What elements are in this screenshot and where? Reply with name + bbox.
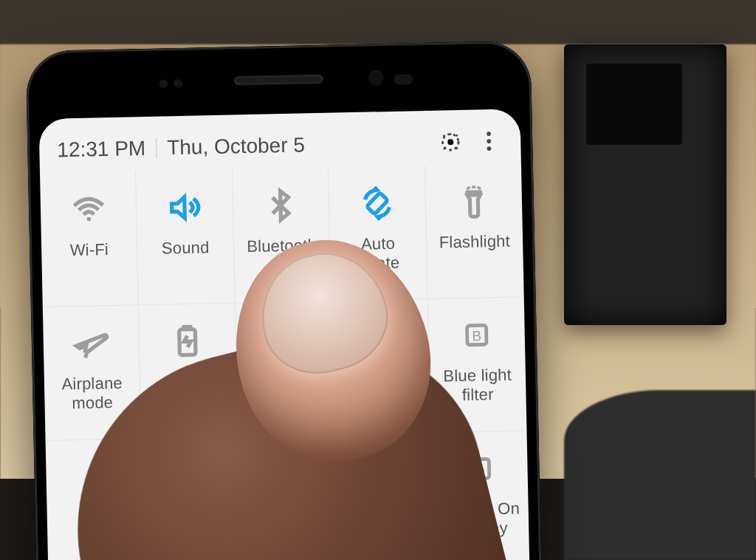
gear-icon (439, 131, 462, 154)
tile-wifi[interactable]: Wi-Fi (40, 171, 139, 307)
phone-sensor (159, 79, 168, 88)
tile-obscured-4[interactable] (238, 435, 337, 560)
svg-point-0 (447, 139, 453, 145)
nfc-icon (362, 450, 404, 492)
tile-obscured-1[interactable] (236, 301, 334, 437)
unknown-icon (265, 451, 307, 494)
phone-iris-sensor (394, 74, 413, 85)
tile-always-on-display[interactable]: Always On Display (430, 431, 529, 560)
tile-airplane-mode[interactable]: Airplane mode (43, 305, 142, 441)
phone-sensor (173, 79, 182, 88)
tile-label: Wi-Fi (69, 240, 109, 260)
background-box (564, 44, 726, 325)
more-options-button[interactable] (475, 127, 504, 156)
unknown-icon (263, 318, 305, 360)
quick-settings-grid: Wi-Fi Sound Bluetooth Auto rotate (40, 163, 529, 560)
svg-point-5 (86, 217, 91, 222)
tile-obscured-3[interactable] (142, 437, 241, 560)
unknown-icon (359, 316, 401, 358)
tile-label: Always On Display (441, 499, 520, 539)
battery-recycle-icon (166, 320, 208, 362)
tile-label: Bluetooth (247, 236, 317, 256)
tile-sound[interactable]: Sound (136, 169, 235, 305)
settings-button[interactable] (436, 128, 465, 157)
svg-point-4 (487, 146, 492, 151)
always-on-display-icon (458, 448, 501, 490)
tile-label: Flashlight (439, 232, 511, 253)
tile-label: Blue light filter (443, 366, 512, 406)
tile-label: Sound (162, 238, 210, 258)
background-fabric (564, 390, 756, 560)
tile-power-saving[interactable] (139, 303, 238, 439)
background-top-strip (0, 0, 756, 44)
bluetooth-icon (260, 185, 302, 227)
blue-light-icon: B (456, 314, 498, 356)
tile-blue-light-filter[interactable]: B Blue light filter (427, 297, 526, 433)
tile-obscured-2[interactable] (46, 439, 145, 560)
svg-rect-6 (366, 193, 388, 214)
unknown-icon (73, 456, 115, 498)
svg-text:B: B (472, 328, 481, 344)
quick-settings-header: 12:31 PM Thu, October 5 (38, 109, 520, 174)
airplane-icon (70, 322, 112, 364)
svg-point-2 (487, 132, 491, 136)
unknown-icon (169, 454, 211, 496)
sound-icon (164, 186, 206, 228)
tile-label: Auto rotate (357, 234, 400, 273)
kebab-menu-icon (486, 130, 492, 152)
status-time: 12:31 PM (57, 137, 146, 163)
auto-rotate-icon (356, 182, 398, 225)
flashlight-icon (453, 180, 495, 222)
tile-bluetooth[interactable]: Bluetooth (233, 168, 331, 304)
tile-flashlight[interactable]: Flashlight (425, 163, 524, 299)
phone-screen: 12:31 PM Thu, October 5 Wi-Fi (38, 109, 535, 560)
phone-front-camera (368, 70, 383, 85)
tile-label: Airplane mode (61, 374, 123, 414)
tile-performance-mode[interactable]: ance de (331, 299, 430, 435)
phone-earpiece (234, 75, 323, 86)
wifi-icon (67, 188, 109, 231)
tile-label: NFC (366, 502, 400, 522)
status-date: Thu, October 5 (167, 131, 427, 160)
tile-auto-rotate[interactable]: Auto rotate (329, 165, 427, 301)
phone-frame: 12:31 PM Thu, October 5 Wi-Fi (26, 41, 548, 560)
tile-label: ance de (362, 368, 399, 407)
tile-nfc[interactable]: NFC (334, 433, 433, 560)
svg-point-3 (487, 139, 491, 143)
header-separator (156, 139, 157, 158)
